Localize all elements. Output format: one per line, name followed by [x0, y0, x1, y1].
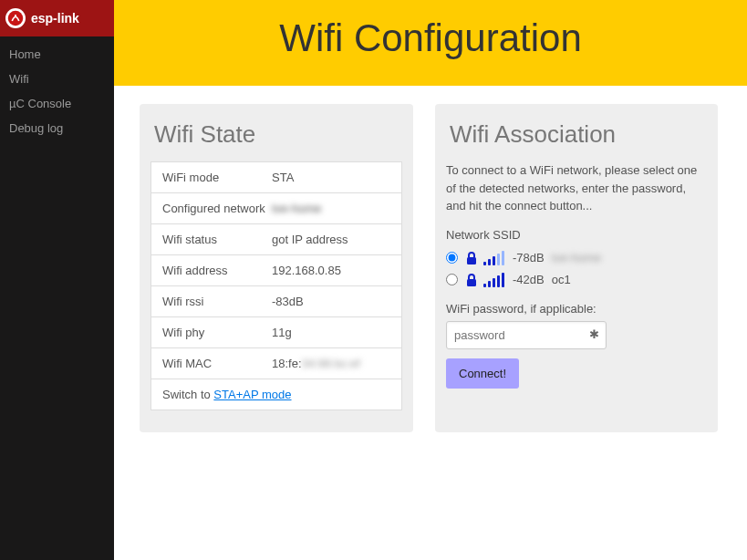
page-header: Wifi Configuration: [114, 0, 747, 86]
brand-name: esp-link: [31, 11, 79, 26]
main: Wifi Configuration Wifi State WiFi mode …: [114, 0, 747, 560]
table-row: Configured network tve-home: [151, 193, 401, 224]
table-row: Wifi phy 11g: [151, 317, 401, 348]
wifi-state-table: WiFi mode STA Configured network tve-hom…: [150, 161, 402, 410]
rssi-value: -83dB: [272, 295, 304, 308]
ssid-name: oc1: [552, 273, 571, 286]
nav-item-debug[interactable]: Debug log: [0, 116, 114, 140]
wifi-state-title: Wifi State: [150, 120, 402, 149]
nav-item-home[interactable]: Home: [0, 42, 114, 67]
nav-item-wifi[interactable]: Wifi: [0, 67, 114, 91]
mac-value: 18:fe:34:98:bc:ef: [272, 357, 360, 370]
brand-logo-icon: [5, 8, 26, 28]
mode-label: WiFi mode: [162, 171, 272, 184]
pw-field-label: WiFi password, if applicable:: [446, 302, 707, 316]
ssid-list: -78dB tve-home -42dB oc1: [446, 247, 707, 291]
content: Wifi State WiFi mode STA Configured netw…: [114, 86, 747, 451]
table-row: Wifi address 192.168.0.85: [151, 255, 401, 286]
status-label: Wifi status: [162, 233, 272, 246]
sidebar: esp-link Home Wifi µC Console Debug log: [0, 0, 114, 560]
table-row: Wifi MAC 18:fe:34:98:bc:ef: [151, 348, 401, 379]
phy-value: 11g: [272, 326, 292, 339]
lock-icon: [465, 251, 478, 265]
svg-point-0: [8, 11, 24, 26]
table-row: Wifi status got IP address: [151, 224, 401, 255]
password-input[interactable]: [446, 321, 607, 349]
addr-value: 192.168.0.85: [272, 264, 341, 277]
svg-point-1: [15, 15, 16, 16]
signal-icon: [483, 273, 507, 287]
confnet-label: Configured network: [162, 202, 272, 215]
connect-button[interactable]: Connect!: [446, 358, 519, 389]
assoc-intro-text: To connect to a WiFi network, please sel…: [446, 161, 707, 215]
svg-rect-2: [467, 257, 476, 264]
wifi-assoc-card: Wifi Association To connect to a WiFi ne…: [435, 104, 718, 432]
brand-header: esp-link: [0, 0, 114, 36]
ssid-name: tve-home: [552, 251, 601, 264]
nav-item-console[interactable]: µC Console: [0, 91, 114, 116]
lock-icon: [465, 273, 478, 287]
table-row: WiFi mode STA: [151, 162, 401, 193]
table-row: Wifi rssi -83dB: [151, 286, 401, 317]
nav: Home Wifi µC Console Debug log: [0, 36, 114, 140]
ssid-field-label: Network SSID: [446, 228, 707, 242]
mac-label: Wifi MAC: [162, 357, 272, 370]
signal-icon: [483, 251, 507, 265]
wifi-assoc-title: Wifi Association: [446, 120, 707, 149]
wifi-state-card: Wifi State WiFi mode STA Configured netw…: [140, 104, 413, 432]
addr-label: Wifi address: [162, 264, 272, 277]
switch-mode-row: Switch to STA+AP mode: [151, 379, 401, 410]
ssid-rssi: -78dB: [513, 251, 545, 264]
svg-rect-3: [467, 279, 476, 286]
confnet-value: tve-home: [272, 202, 321, 215]
mode-value: STA: [272, 171, 294, 184]
switch-mode-link[interactable]: STA+AP mode: [213, 388, 291, 401]
ssid-option[interactable]: -42dB oc1: [446, 269, 707, 291]
ssid-radio[interactable]: [446, 252, 458, 264]
ssid-rssi: -42dB: [513, 273, 545, 286]
ssid-radio[interactable]: [446, 274, 458, 285]
page-title: Wifi Configuration: [114, 16, 747, 60]
status-value: got IP address: [272, 233, 348, 246]
phy-label: Wifi phy: [162, 326, 272, 339]
ssid-option[interactable]: -78dB tve-home: [446, 247, 707, 269]
rssi-label: Wifi rssi: [162, 295, 272, 308]
